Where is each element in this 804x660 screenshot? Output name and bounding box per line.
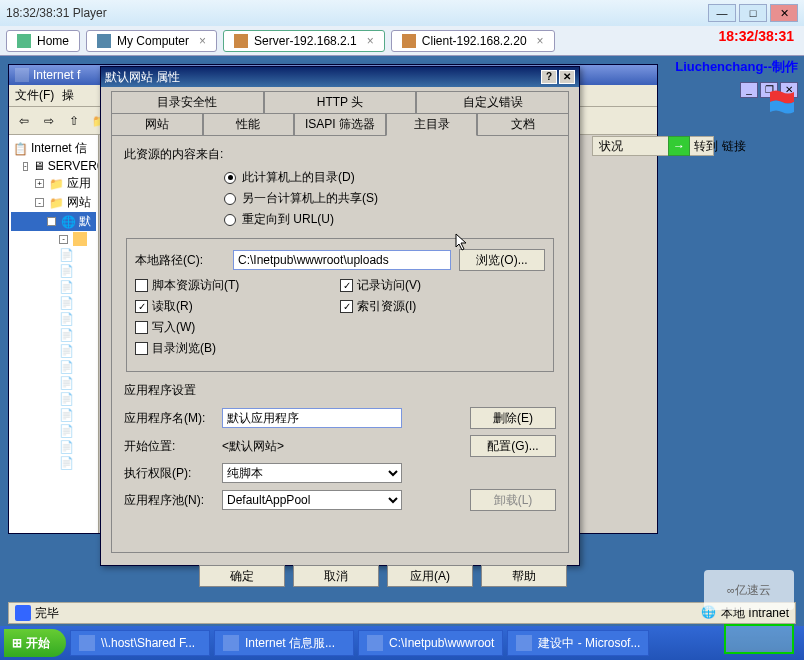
tree-sites[interactable]: -📁 网站 bbox=[11, 193, 96, 212]
menu-file[interactable]: 文件(F) bbox=[15, 87, 54, 104]
close-icon[interactable]: × bbox=[367, 34, 374, 48]
tab-client[interactable]: Client-192.168.2.20× bbox=[391, 30, 555, 52]
tree-sub[interactable]: 📄 bbox=[11, 311, 96, 327]
tree-sub[interactable]: 📄 bbox=[11, 455, 96, 471]
tree-apps[interactable]: +📁 应用 bbox=[11, 174, 96, 193]
check-read[interactable]: 读取(R) bbox=[135, 298, 193, 315]
tab-server[interactable]: Server-192.168.2.1× bbox=[223, 30, 385, 52]
minimize-icon[interactable]: _ bbox=[740, 82, 758, 98]
tab-performance[interactable]: 性能 bbox=[203, 113, 295, 135]
radio-local-dir[interactable]: 此计算机上的目录(D) bbox=[224, 169, 556, 186]
collapse-icon[interactable]: - bbox=[35, 198, 44, 207]
tree-web[interactable]: +📁 Web . bbox=[11, 531, 96, 533]
tab-mycomputer[interactable]: My Computer× bbox=[86, 30, 217, 52]
checkbox-icon[interactable] bbox=[340, 279, 353, 292]
menu-edit[interactable]: 操 bbox=[62, 87, 74, 104]
checkbox-icon[interactable] bbox=[135, 342, 148, 355]
forward-icon[interactable]: ⇨ bbox=[38, 110, 60, 132]
app-pool-select[interactable]: DefaultAppPool bbox=[222, 490, 402, 510]
checkbox-icon[interactable] bbox=[135, 279, 148, 292]
app-pool-label: 应用程序池(N): bbox=[124, 492, 214, 509]
cancel-button[interactable]: 取消 bbox=[293, 565, 379, 587]
tree-sub[interactable]: - bbox=[11, 231, 96, 247]
collapse-icon[interactable]: - bbox=[59, 235, 68, 244]
tree-sub[interactable]: 📄 bbox=[11, 375, 96, 391]
close-btn[interactable]: ✕ bbox=[770, 4, 798, 22]
config-button[interactable]: 配置(G)... bbox=[470, 435, 556, 457]
dialog-titlebar[interactable]: 默认网站 属性 ? ✕ bbox=[101, 67, 579, 87]
iis-icon bbox=[223, 635, 239, 651]
close-icon[interactable]: ✕ bbox=[559, 70, 575, 84]
radio-icon[interactable] bbox=[224, 172, 236, 184]
tab-home[interactable]: Home bbox=[6, 30, 80, 52]
check-index[interactable]: 索引资源(I) bbox=[340, 298, 416, 315]
expand-icon[interactable]: + bbox=[35, 179, 44, 188]
check-write[interactable]: 写入(W) bbox=[135, 319, 195, 336]
help-button[interactable]: 帮助 bbox=[481, 565, 567, 587]
tab-website[interactable]: 网站 bbox=[111, 113, 203, 135]
up-icon[interactable]: ⇧ bbox=[63, 110, 85, 132]
tree-root[interactable]: 📋 Internet 信 bbox=[11, 139, 96, 158]
local-path-input[interactable] bbox=[233, 250, 451, 270]
close-icon[interactable]: × bbox=[537, 34, 544, 48]
tree-sub[interactable]: 📄 bbox=[11, 359, 96, 375]
checkbox-icon[interactable] bbox=[340, 300, 353, 313]
tab-custom-errors[interactable]: 自定义错误 bbox=[416, 91, 569, 113]
radio-redirect[interactable]: 重定向到 URL(U) bbox=[224, 211, 556, 228]
task-iis[interactable]: Internet 信息服... bbox=[214, 630, 354, 656]
check-script-source[interactable]: 脚本资源访问(T) bbox=[135, 277, 239, 294]
check-dir-browse[interactable]: 目录浏览(B) bbox=[135, 340, 216, 357]
start-button[interactable]: ⊞ 开始 bbox=[4, 629, 66, 657]
tree-sub[interactable]: 📄 bbox=[11, 423, 96, 439]
collapse-icon[interactable]: - bbox=[47, 217, 56, 226]
task-ie[interactable]: 建设中 - Microsof... bbox=[507, 630, 649, 656]
clock-overlay: 18:32/38:31 bbox=[718, 28, 794, 44]
radio-share[interactable]: 另一台计算机上的共享(S) bbox=[224, 190, 556, 207]
checkbox-icon[interactable] bbox=[135, 321, 148, 334]
app-name-input[interactable] bbox=[222, 408, 402, 428]
ok-button[interactable]: 确定 bbox=[199, 565, 285, 587]
tree-sub[interactable]: 📄 bbox=[11, 263, 96, 279]
path-group: 本地路径(C): 浏览(O)... 脚本资源访问(T) 读取(R) 写入(W) … bbox=[126, 238, 554, 372]
tree-sub[interactable]: 📄 bbox=[11, 391, 96, 407]
tree-sub[interactable]: 📄 bbox=[11, 343, 96, 359]
task-shared-folder[interactable]: \\.host\Shared F... bbox=[70, 630, 210, 656]
maximize-btn[interactable]: □ bbox=[739, 4, 767, 22]
minimize-btn[interactable]: — bbox=[708, 4, 736, 22]
col-status[interactable]: 状况 bbox=[599, 138, 623, 155]
check-log[interactable]: 记录访问(V) bbox=[340, 277, 421, 294]
apply-button[interactable]: 应用(A) bbox=[387, 565, 473, 587]
links-label[interactable]: 链接 bbox=[722, 138, 746, 155]
tab-isapi[interactable]: ISAPI 筛选器 bbox=[294, 113, 386, 135]
radio-icon[interactable] bbox=[224, 214, 236, 226]
browse-button[interactable]: 浏览(O)... bbox=[459, 249, 545, 271]
ie-icon bbox=[15, 605, 31, 621]
tab-http-headers[interactable]: HTTP 头 bbox=[264, 91, 417, 113]
address-bar: → 转到 链接 bbox=[668, 134, 794, 158]
tree-sub[interactable]: 📄 bbox=[11, 439, 96, 455]
tree-default-site[interactable]: -🌐 默 bbox=[11, 212, 96, 231]
tab-dir-security[interactable]: 目录安全性 bbox=[111, 91, 264, 113]
tab-documents[interactable]: 文档 bbox=[477, 113, 569, 135]
task-explorer[interactable]: C:\Inetpub\wwwroot bbox=[358, 630, 503, 656]
tree-sub[interactable]: 📄 bbox=[11, 407, 96, 423]
collapse-icon[interactable]: - bbox=[23, 162, 28, 171]
tab-home-directory[interactable]: 主目录 bbox=[386, 113, 478, 136]
radio-icon[interactable] bbox=[224, 193, 236, 205]
back-icon[interactable]: ⇦ bbox=[13, 110, 35, 132]
close-icon[interactable]: × bbox=[199, 34, 206, 48]
local-path-label: 本地路径(C): bbox=[135, 252, 225, 269]
help-icon[interactable]: ? bbox=[541, 70, 557, 84]
checkbox-icon[interactable] bbox=[135, 300, 148, 313]
tree-sub[interactable]: 📄 bbox=[11, 279, 96, 295]
remove-button[interactable]: 删除(E) bbox=[470, 407, 556, 429]
ie-icon bbox=[516, 635, 532, 651]
tree-sub[interactable]: 📄 bbox=[11, 327, 96, 343]
tree-server[interactable]: -🖥 SERVER6 bbox=[11, 158, 96, 174]
tree-sub[interactable]: 📄 bbox=[11, 295, 96, 311]
tree-view[interactable]: 📋 Internet 信 -🖥 SERVER6 +📁 应用 -📁 网站 -🌐 默… bbox=[9, 135, 99, 533]
go-button[interactable]: → bbox=[668, 136, 690, 156]
go-label: 转到 bbox=[694, 138, 718, 155]
tree-sub[interactable]: 📄 bbox=[11, 247, 96, 263]
exec-perm-select[interactable]: 纯脚本 bbox=[222, 463, 402, 483]
